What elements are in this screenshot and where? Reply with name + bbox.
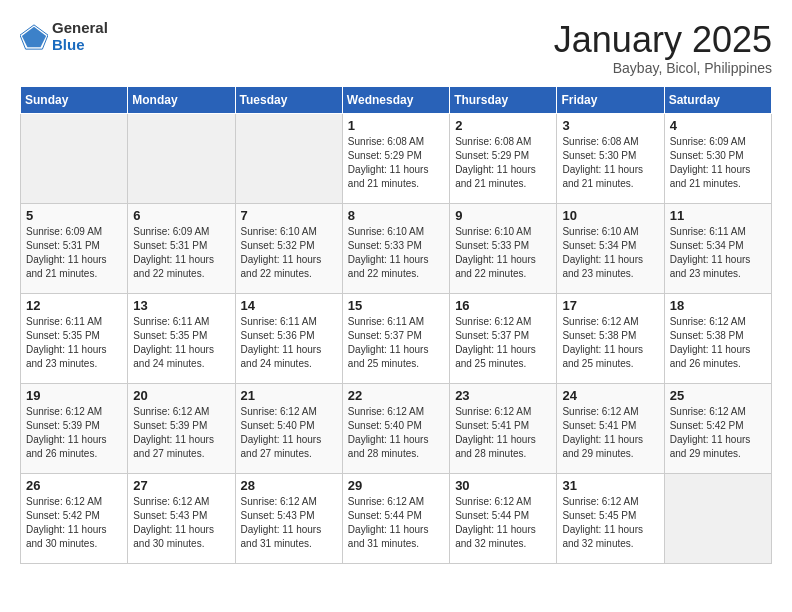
- month-title: January 2025: [554, 20, 772, 60]
- day-number: 3: [562, 118, 658, 133]
- day-info: Sunrise: 6:12 AM Sunset: 5:39 PM Dayligh…: [26, 405, 122, 461]
- day-number: 5: [26, 208, 122, 223]
- weekday-thursday: Thursday: [450, 86, 557, 113]
- calendar-cell: 22Sunrise: 6:12 AM Sunset: 5:40 PM Dayli…: [342, 383, 449, 473]
- day-info: Sunrise: 6:10 AM Sunset: 5:33 PM Dayligh…: [455, 225, 551, 281]
- day-number: 6: [133, 208, 229, 223]
- calendar-cell: 6Sunrise: 6:09 AM Sunset: 5:31 PM Daylig…: [128, 203, 235, 293]
- calendar-cell: [235, 113, 342, 203]
- calendar-cell: 10Sunrise: 6:10 AM Sunset: 5:34 PM Dayli…: [557, 203, 664, 293]
- day-info: Sunrise: 6:09 AM Sunset: 5:30 PM Dayligh…: [670, 135, 766, 191]
- calendar-cell: 4Sunrise: 6:09 AM Sunset: 5:30 PM Daylig…: [664, 113, 771, 203]
- day-number: 25: [670, 388, 766, 403]
- calendar-cell: 29Sunrise: 6:12 AM Sunset: 5:44 PM Dayli…: [342, 473, 449, 563]
- day-number: 7: [241, 208, 337, 223]
- weekday-monday: Monday: [128, 86, 235, 113]
- weekday-header-row: SundayMondayTuesdayWednesdayThursdayFrid…: [21, 86, 772, 113]
- page-header: General Blue January 2025 Baybay, Bicol,…: [20, 20, 772, 76]
- day-info: Sunrise: 6:12 AM Sunset: 5:38 PM Dayligh…: [670, 315, 766, 371]
- calendar-week-1: 1Sunrise: 6:08 AM Sunset: 5:29 PM Daylig…: [21, 113, 772, 203]
- calendar-cell: [664, 473, 771, 563]
- day-info: Sunrise: 6:08 AM Sunset: 5:29 PM Dayligh…: [348, 135, 444, 191]
- day-info: Sunrise: 6:12 AM Sunset: 5:43 PM Dayligh…: [241, 495, 337, 551]
- day-number: 29: [348, 478, 444, 493]
- title-block: January 2025 Baybay, Bicol, Philippines: [554, 20, 772, 76]
- day-info: Sunrise: 6:12 AM Sunset: 5:44 PM Dayligh…: [455, 495, 551, 551]
- calendar-week-3: 12Sunrise: 6:11 AM Sunset: 5:35 PM Dayli…: [21, 293, 772, 383]
- calendar-week-5: 26Sunrise: 6:12 AM Sunset: 5:42 PM Dayli…: [21, 473, 772, 563]
- day-info: Sunrise: 6:11 AM Sunset: 5:34 PM Dayligh…: [670, 225, 766, 281]
- day-number: 20: [133, 388, 229, 403]
- day-info: Sunrise: 6:12 AM Sunset: 5:41 PM Dayligh…: [562, 405, 658, 461]
- day-info: Sunrise: 6:08 AM Sunset: 5:30 PM Dayligh…: [562, 135, 658, 191]
- logo-general: General: [52, 20, 108, 37]
- calendar-cell: 1Sunrise: 6:08 AM Sunset: 5:29 PM Daylig…: [342, 113, 449, 203]
- day-number: 17: [562, 298, 658, 313]
- svg-marker-0: [22, 26, 46, 47]
- day-number: 16: [455, 298, 551, 313]
- day-info: Sunrise: 6:09 AM Sunset: 5:31 PM Dayligh…: [26, 225, 122, 281]
- day-info: Sunrise: 6:10 AM Sunset: 5:34 PM Dayligh…: [562, 225, 658, 281]
- weekday-wednesday: Wednesday: [342, 86, 449, 113]
- day-info: Sunrise: 6:11 AM Sunset: 5:36 PM Dayligh…: [241, 315, 337, 371]
- calendar-header: SundayMondayTuesdayWednesdayThursdayFrid…: [21, 86, 772, 113]
- calendar-cell: [21, 113, 128, 203]
- location-subtitle: Baybay, Bicol, Philippines: [554, 60, 772, 76]
- day-number: 24: [562, 388, 658, 403]
- calendar-cell: 16Sunrise: 6:12 AM Sunset: 5:37 PM Dayli…: [450, 293, 557, 383]
- weekday-sunday: Sunday: [21, 86, 128, 113]
- calendar-cell: 28Sunrise: 6:12 AM Sunset: 5:43 PM Dayli…: [235, 473, 342, 563]
- day-number: 14: [241, 298, 337, 313]
- calendar-cell: 17Sunrise: 6:12 AM Sunset: 5:38 PM Dayli…: [557, 293, 664, 383]
- logo-text: General Blue: [52, 20, 108, 53]
- day-info: Sunrise: 6:12 AM Sunset: 5:40 PM Dayligh…: [241, 405, 337, 461]
- calendar-cell: 14Sunrise: 6:11 AM Sunset: 5:36 PM Dayli…: [235, 293, 342, 383]
- calendar-cell: 31Sunrise: 6:12 AM Sunset: 5:45 PM Dayli…: [557, 473, 664, 563]
- weekday-saturday: Saturday: [664, 86, 771, 113]
- calendar-cell: 13Sunrise: 6:11 AM Sunset: 5:35 PM Dayli…: [128, 293, 235, 383]
- calendar-cell: 30Sunrise: 6:12 AM Sunset: 5:44 PM Dayli…: [450, 473, 557, 563]
- day-number: 28: [241, 478, 337, 493]
- day-info: Sunrise: 6:08 AM Sunset: 5:29 PM Dayligh…: [455, 135, 551, 191]
- calendar-cell: 27Sunrise: 6:12 AM Sunset: 5:43 PM Dayli…: [128, 473, 235, 563]
- calendar-cell: [128, 113, 235, 203]
- calendar-cell: 23Sunrise: 6:12 AM Sunset: 5:41 PM Dayli…: [450, 383, 557, 473]
- calendar-cell: 5Sunrise: 6:09 AM Sunset: 5:31 PM Daylig…: [21, 203, 128, 293]
- calendar-table: SundayMondayTuesdayWednesdayThursdayFrid…: [20, 86, 772, 564]
- weekday-tuesday: Tuesday: [235, 86, 342, 113]
- calendar-cell: 20Sunrise: 6:12 AM Sunset: 5:39 PM Dayli…: [128, 383, 235, 473]
- calendar-week-2: 5Sunrise: 6:09 AM Sunset: 5:31 PM Daylig…: [21, 203, 772, 293]
- day-number: 18: [670, 298, 766, 313]
- day-info: Sunrise: 6:12 AM Sunset: 5:38 PM Dayligh…: [562, 315, 658, 371]
- calendar-cell: 21Sunrise: 6:12 AM Sunset: 5:40 PM Dayli…: [235, 383, 342, 473]
- calendar-cell: 2Sunrise: 6:08 AM Sunset: 5:29 PM Daylig…: [450, 113, 557, 203]
- weekday-friday: Friday: [557, 86, 664, 113]
- calendar-cell: 7Sunrise: 6:10 AM Sunset: 5:32 PM Daylig…: [235, 203, 342, 293]
- day-number: 31: [562, 478, 658, 493]
- day-number: 13: [133, 298, 229, 313]
- day-info: Sunrise: 6:12 AM Sunset: 5:41 PM Dayligh…: [455, 405, 551, 461]
- day-number: 23: [455, 388, 551, 403]
- logo: General Blue: [20, 20, 108, 53]
- logo-icon: [20, 23, 48, 51]
- day-info: Sunrise: 6:12 AM Sunset: 5:37 PM Dayligh…: [455, 315, 551, 371]
- day-info: Sunrise: 6:12 AM Sunset: 5:40 PM Dayligh…: [348, 405, 444, 461]
- day-info: Sunrise: 6:10 AM Sunset: 5:32 PM Dayligh…: [241, 225, 337, 281]
- day-number: 8: [348, 208, 444, 223]
- calendar-cell: 12Sunrise: 6:11 AM Sunset: 5:35 PM Dayli…: [21, 293, 128, 383]
- day-info: Sunrise: 6:11 AM Sunset: 5:35 PM Dayligh…: [133, 315, 229, 371]
- day-info: Sunrise: 6:12 AM Sunset: 5:43 PM Dayligh…: [133, 495, 229, 551]
- logo-blue: Blue: [52, 37, 108, 54]
- day-info: Sunrise: 6:11 AM Sunset: 5:37 PM Dayligh…: [348, 315, 444, 371]
- day-number: 9: [455, 208, 551, 223]
- calendar-cell: 15Sunrise: 6:11 AM Sunset: 5:37 PM Dayli…: [342, 293, 449, 383]
- calendar-cell: 3Sunrise: 6:08 AM Sunset: 5:30 PM Daylig…: [557, 113, 664, 203]
- day-number: 15: [348, 298, 444, 313]
- calendar-cell: 18Sunrise: 6:12 AM Sunset: 5:38 PM Dayli…: [664, 293, 771, 383]
- day-number: 26: [26, 478, 122, 493]
- day-number: 12: [26, 298, 122, 313]
- calendar-week-4: 19Sunrise: 6:12 AM Sunset: 5:39 PM Dayli…: [21, 383, 772, 473]
- calendar-cell: 24Sunrise: 6:12 AM Sunset: 5:41 PM Dayli…: [557, 383, 664, 473]
- calendar-body: 1Sunrise: 6:08 AM Sunset: 5:29 PM Daylig…: [21, 113, 772, 563]
- calendar-cell: 19Sunrise: 6:12 AM Sunset: 5:39 PM Dayli…: [21, 383, 128, 473]
